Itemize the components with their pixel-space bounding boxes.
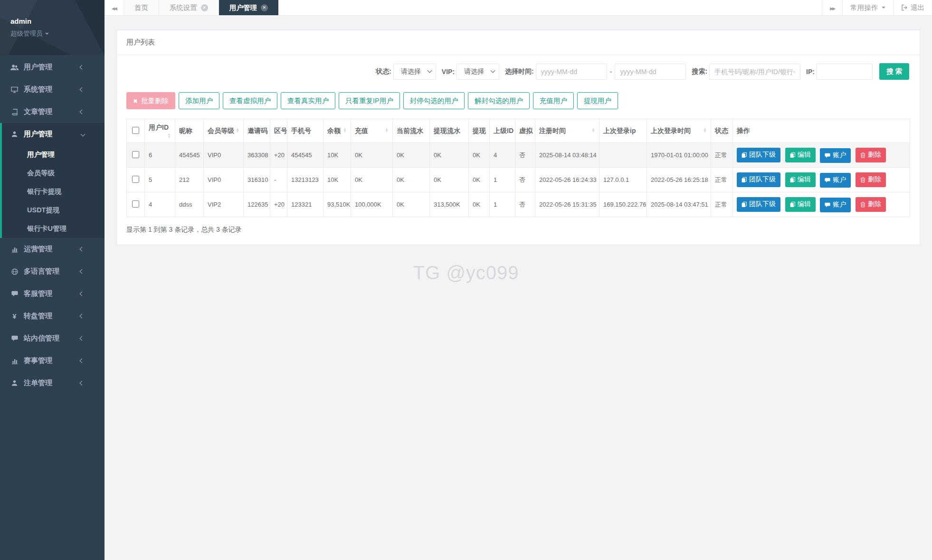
topbar: 首页 系统设置 用户管理 常用操作	[105, 0, 932, 16]
common-actions-dropdown[interactable]: 常用操作	[842, 0, 893, 15]
team-subordinates-button[interactable]: 团队下级	[737, 197, 780, 212]
comment-icon	[10, 335, 19, 342]
sidebar-item-match-management[interactable]: 赛事管理	[0, 350, 105, 372]
tab-home[interactable]: 首页	[124, 0, 159, 15]
close-icon[interactable]	[261, 4, 268, 11]
cell-virtual: 否	[515, 143, 535, 168]
add-user-button[interactable]: 添加用户	[179, 92, 219, 109]
ban-checked-users-button[interactable]: 封停勾选的用户	[403, 92, 465, 109]
cell-nickname: 212	[175, 168, 204, 192]
chevron-left-icon	[80, 65, 85, 70]
profile-role-dropdown[interactable]: 超级管理员	[10, 29, 105, 38]
tabs-scroll-right-button[interactable]	[822, 0, 842, 15]
sidebar-item-article-management[interactable]: 文章管理	[0, 101, 105, 123]
sidebar-item-system-management[interactable]: 系统管理	[0, 78, 105, 101]
records-summary: 显示第 1 到第 3 条记录，总共 3 条记录	[117, 217, 920, 245]
app-root: admin 超级管理员 用户管理 系统管理	[0, 0, 932, 560]
sidebar-item-bet-management[interactable]: 注单管理	[0, 372, 105, 394]
comment-icon	[10, 291, 19, 297]
account-button[interactable]: 账户	[820, 198, 851, 212]
profile-role-label: 超级管理员	[10, 30, 43, 37]
user-table: 用户ID 昵称 会员等级 邀请码 区号 手机号 余额 充值 当前流水 提现流水	[126, 119, 910, 217]
view-virtual-users-button[interactable]: 查看虚拟用户	[223, 92, 277, 109]
withdraw-user-button[interactable]: 提现用户	[577, 92, 618, 109]
chevron-left-icon	[80, 247, 85, 252]
team-subordinates-button[interactable]: 团队下级	[737, 148, 780, 162]
files-icon	[790, 152, 795, 158]
cell-actions: 团队下级 编辑 账户 删除	[733, 143, 910, 168]
delete-button[interactable]: 删除	[856, 148, 886, 162]
tab-user-management[interactable]: 用户管理	[219, 0, 278, 15]
time-filter-label: 选择时间:	[505, 67, 534, 76]
unban-checked-users-button[interactable]: 解封勾选的用户	[468, 92, 530, 109]
sidebar-item-label: 站内信管理	[24, 334, 59, 343]
select-all-checkbox[interactable]	[132, 127, 139, 134]
tab-system-settings[interactable]: 系统设置	[159, 0, 219, 15]
select-all-cell	[127, 119, 145, 143]
cell-withdraw: 0K	[469, 192, 490, 217]
trash-icon	[860, 177, 865, 183]
cell-recharge: 0K	[351, 168, 393, 192]
delete-button[interactable]: 删除	[856, 197, 886, 212]
search-input[interactable]	[709, 64, 800, 80]
sidebar-item-wheel-management[interactable]: 转盘管理	[0, 305, 105, 327]
submenu-item-bank-withdraw[interactable]: 银行卡提现	[0, 182, 105, 201]
submenu-item-member-level[interactable]: 会员等级	[0, 164, 105, 182]
sidebar-item-customer-service[interactable]: 客服管理	[0, 283, 105, 305]
ip-input[interactable]	[817, 64, 873, 80]
sort-icon[interactable]	[591, 128, 595, 133]
row-select-checkbox[interactable]	[132, 176, 139, 183]
edit-button[interactable]: 编辑	[785, 172, 816, 187]
status-select[interactable]: 请选择	[393, 64, 436, 80]
yen-icon	[10, 313, 19, 320]
cell-area-code: -	[270, 168, 287, 192]
sidebar-item-site-message[interactable]: 站内信管理	[0, 327, 105, 350]
profile-username: admin	[10, 17, 105, 25]
team-subordinates-button[interactable]: 团队下级	[737, 172, 780, 187]
date-from-input[interactable]	[536, 64, 607, 80]
cell-invite-code: 316310	[244, 168, 270, 192]
vip-select[interactable]: 请选择	[456, 64, 499, 80]
cell-status: 正常	[711, 143, 733, 168]
chevron-down-icon	[491, 68, 495, 73]
sort-icon[interactable]	[236, 128, 239, 133]
account-button[interactable]: 账户	[820, 173, 851, 188]
row-select-checkbox[interactable]	[132, 200, 139, 208]
date-to-input[interactable]	[615, 64, 686, 80]
sidebar-item-user-management-top[interactable]: 用户管理	[0, 56, 105, 78]
delete-button[interactable]: 删除	[856, 172, 886, 187]
status-filter-label: 状态:	[376, 67, 391, 76]
edit-button[interactable]: 编辑	[785, 197, 816, 212]
sidebar-item-operation-management[interactable]: 运营管理	[0, 238, 105, 260]
view-real-users-button[interactable]: 查看真实用户	[281, 92, 335, 109]
cell-last-login-ip: 169.150.222.76	[599, 192, 647, 217]
edit-button[interactable]: 编辑	[785, 148, 816, 162]
sign-out-icon	[901, 4, 908, 11]
batch-delete-button[interactable]: 批量删除	[126, 92, 175, 109]
content: 用户列表 状态: 请选择 VIP: 请选择 选择时间: -	[105, 16, 932, 560]
recharge-user-button[interactable]: 充值用户	[533, 92, 574, 109]
cell-register-time: 2022-05-26 16:24:33	[535, 168, 599, 192]
sidebar-item-user-management[interactable]: 用户管理	[0, 123, 105, 145]
search-button[interactable]: 搜 索	[879, 63, 909, 80]
sort-icon[interactable]	[385, 128, 389, 133]
logout-button[interactable]: 退出	[893, 0, 932, 15]
vip-select-value: 请选择	[464, 67, 484, 76]
sort-icon[interactable]	[167, 133, 171, 138]
col-phone: 手机号	[287, 119, 323, 143]
sort-icon[interactable]	[703, 128, 707, 133]
account-button[interactable]: 账户	[820, 148, 851, 163]
tabs-scroll-left-button[interactable]	[105, 0, 124, 15]
submenu-item-bank-u-management[interactable]: 银行卡U管理	[0, 219, 105, 238]
files-icon	[742, 152, 747, 158]
close-icon[interactable]	[201, 4, 208, 11]
sidebar-nav: 用户管理 系统管理 文章管理	[0, 55, 105, 394]
submenu-item-user-list[interactable]: 用户管理	[0, 145, 105, 164]
sort-icon[interactable]	[343, 128, 347, 133]
sidebar-item-multilanguage-management[interactable]: 多语言管理	[0, 260, 105, 283]
submenu-item-usdt-withdraw[interactable]: USDT提现	[0, 201, 105, 219]
cell-current-flow: 0K	[393, 168, 430, 192]
table-row: 5 212 VIP0 316310 - 13213123 10K 0K 0K 0…	[127, 168, 910, 192]
row-select-checkbox[interactable]	[132, 151, 139, 158]
duplicate-ip-users-button[interactable]: 只看重复IP用户	[339, 92, 400, 109]
